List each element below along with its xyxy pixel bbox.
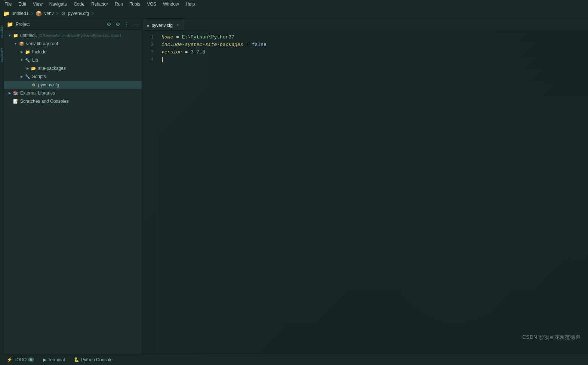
tree-label-untitled1: untitled1 xyxy=(20,33,37,38)
tree-item-external-libraries[interactable]: ▶ 📚 External Libraries xyxy=(4,89,142,97)
tree-item-include[interactable]: ▶ 📁 Include xyxy=(4,48,142,56)
titlebar: 📁 untitled1 > 📦 venv > ⚙ pyvenv.cfg > xyxy=(0,8,588,19)
line-num-4: 4 xyxy=(142,56,157,64)
scratches-icon: 📝 xyxy=(13,98,19,104)
favorites-panel-toggle[interactable]: Favorites xyxy=(0,44,3,66)
code-key-home: home xyxy=(161,34,173,41)
project-tree: ▼ 📁 untitled1 C:\Users\Administrator\Pyc… xyxy=(4,30,142,354)
menu-edit[interactable]: Edit xyxy=(15,1,29,7)
tree-label-pyvenv-cfg: pyvenv.cfg xyxy=(38,82,59,87)
panel-more-btn[interactable]: ⋮ xyxy=(124,21,130,27)
ext-lib-icon: 📚 xyxy=(13,90,19,96)
tree-item-pyvenv-cfg[interactable]: ⚙ pyvenv.cfg xyxy=(4,81,142,89)
python-console-label: Python Console xyxy=(81,357,113,362)
tab-label: pyvenv.cfg xyxy=(151,23,172,28)
tree-label-site-packages: site-packages xyxy=(38,66,66,71)
code-line-2: include-system-site-packages = false xyxy=(161,41,584,49)
tree-arrow-pyvenv xyxy=(25,82,31,88)
menu-code[interactable]: Code xyxy=(71,1,87,7)
project-icon: 📁 xyxy=(3,10,9,16)
menu-view[interactable]: View xyxy=(30,1,46,7)
line-numbers: 1 2 3 4 xyxy=(142,31,157,354)
breadcrumb-project[interactable]: untitled1 xyxy=(12,11,28,16)
lib-icon: 🔧 xyxy=(25,57,31,63)
code-line-3: version = 3.7.8 xyxy=(161,49,584,56)
editor-area: ≡ pyvenv.cfg × 1 2 3 4 home = E:\Python\… xyxy=(142,19,588,354)
panel-gear-btn[interactable]: ⚙ xyxy=(115,21,121,27)
tree-arrow-site-packages: ▶ xyxy=(25,65,31,71)
tree-label-venv: venv library root xyxy=(26,41,58,46)
include-folder-icon: 📁 xyxy=(25,49,31,55)
site-packages-icon: 📂 xyxy=(31,65,37,71)
tab-pyvenv-cfg[interactable]: ≡ pyvenv.cfg × xyxy=(144,20,184,30)
menubar: File Edit View Navigate Code Refactor Ru… xyxy=(0,0,588,8)
tree-arrow-scripts: ▶ xyxy=(19,74,25,80)
tree-arrow-include: ▶ xyxy=(19,49,25,55)
breadcrumb-sep2: > xyxy=(56,11,59,16)
venv-icon: 📦 xyxy=(36,10,42,16)
venv-folder-icon: 📦 xyxy=(19,41,25,47)
main-layout: Structure Favorites 📁 Project ⚙ ⚙ ⋮ — ▼ … xyxy=(0,19,588,354)
menu-file[interactable]: File xyxy=(1,1,15,7)
tab-terminal[interactable]: ▶ Terminal xyxy=(39,355,68,364)
panel-title: Project xyxy=(16,22,103,27)
menu-vcs[interactable]: VCS xyxy=(144,1,159,7)
cfg-icon: ⚙ xyxy=(61,10,66,16)
line-num-3: 3 xyxy=(142,49,157,56)
menu-refactor[interactable]: Refactor xyxy=(88,1,111,7)
tree-item-venv[interactable]: ▼ 📦 venv library root xyxy=(4,40,142,48)
code-op-2: = xyxy=(243,41,252,49)
tree-item-scratches[interactable]: 📝 Scratches and Consoles xyxy=(4,97,142,105)
code-val-include: false xyxy=(252,41,267,49)
tree-label-include: Include xyxy=(32,49,47,55)
project-folder-icon: 📁 xyxy=(13,33,19,38)
menu-navigate[interactable]: Navigate xyxy=(46,1,70,7)
code-op-3: = xyxy=(182,49,191,56)
bottom-bar: ⚡ TODO 6 ▶ Terminal 🐍 Python Console xyxy=(0,354,588,365)
menu-tools[interactable]: Tools xyxy=(127,1,143,7)
tree-arrow-untitled1: ▼ xyxy=(7,33,13,38)
tab-todo[interactable]: ⚡ TODO 6 xyxy=(3,355,38,364)
code-line-4 xyxy=(161,56,584,64)
code-line-1: home = E:\Python\Python37 xyxy=(161,34,584,41)
menu-run[interactable]: Run xyxy=(112,1,126,7)
left-strip: Structure Favorites xyxy=(0,19,4,354)
code-val-home: E:\Python\Python37 xyxy=(182,34,234,41)
panel-folder-icon: 📁 xyxy=(7,21,13,27)
code-op-1: = xyxy=(173,34,182,41)
code-editor[interactable]: 1 2 3 4 home = E:\Python\Python37 includ… xyxy=(142,31,588,354)
line-num-1: 1 xyxy=(142,34,157,41)
tree-label-external-libraries: External Libraries xyxy=(20,90,55,96)
breadcrumb-sep1: > xyxy=(31,11,33,16)
breadcrumb-file[interactable]: pyvenv.cfg xyxy=(68,11,89,16)
breadcrumb-sep3: > xyxy=(91,11,94,16)
tree-arrow-ext-lib: ▶ xyxy=(7,90,13,96)
panel-minimize-btn[interactable]: — xyxy=(133,21,139,27)
tree-item-untitled1[interactable]: ▼ 📁 untitled1 C:\Users\Administrator\Pyc… xyxy=(4,31,142,40)
tree-arrow-scratches xyxy=(7,98,13,104)
tree-item-lib[interactable]: ▼ 🔧 Lib xyxy=(4,56,142,64)
cfg-file-icon: ⚙ xyxy=(31,82,37,88)
text-cursor xyxy=(162,57,163,62)
tree-label-scripts: Scripts xyxy=(32,74,46,79)
tab-close-btn[interactable]: × xyxy=(175,23,180,28)
tab-bar: ≡ pyvenv.cfg × xyxy=(142,19,588,31)
project-panel: 📁 Project ⚙ ⚙ ⋮ — ▼ 📁 untitled1 C:\Users… xyxy=(4,19,142,354)
tree-item-scripts[interactable]: ▶ 🔧 Scripts xyxy=(4,72,142,81)
tree-label-lib: Lib xyxy=(32,58,38,63)
watermark: CSDN @项目花园范德彪 xyxy=(522,334,581,341)
scripts-icon: 🔧 xyxy=(25,74,31,80)
tab-python-console[interactable]: 🐍 Python Console xyxy=(70,355,116,364)
panel-settings-btn[interactable]: ⚙ xyxy=(106,21,112,27)
breadcrumb-venv[interactable]: venv xyxy=(44,11,53,16)
tree-path-untitled1: C:\Users\Administrator\PycharmProjects\u… xyxy=(39,34,121,38)
code-content[interactable]: home = E:\Python\Python37 include-system… xyxy=(157,31,588,354)
tree-item-site-packages[interactable]: ▶ 📂 site-packages xyxy=(4,64,142,72)
code-val-version: 3.7.8 xyxy=(191,49,205,56)
code-key-include: include-system-site-packages xyxy=(161,41,243,49)
menu-window[interactable]: Window xyxy=(160,1,182,7)
tree-label-scratches: Scratches and Consoles xyxy=(20,99,69,104)
structure-panel-toggle[interactable]: Structure xyxy=(0,20,3,43)
code-key-version: version xyxy=(161,49,182,56)
menu-help[interactable]: Help xyxy=(183,1,198,7)
